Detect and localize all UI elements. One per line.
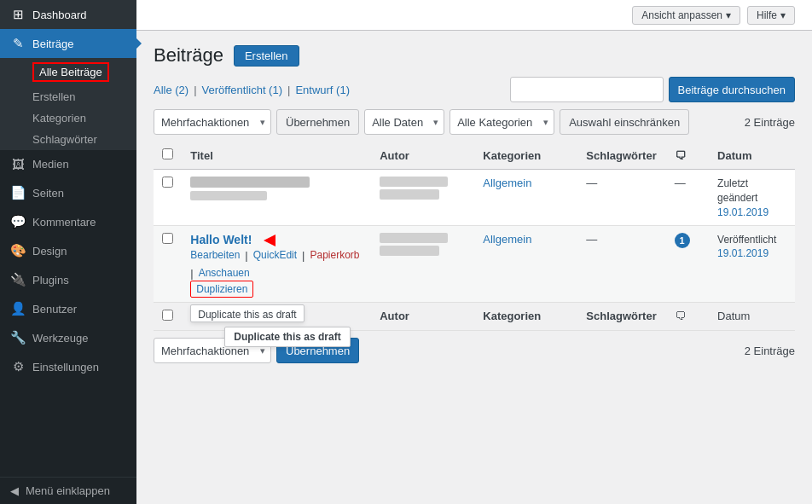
row1-checkbox[interactable] — [162, 177, 173, 188]
sidebar-item-label: Benutzer — [32, 303, 77, 316]
row1-title-sub-blurred — [190, 191, 267, 200]
dashboard-icon: ⊞ — [10, 7, 26, 22]
sidebar-sub-schlagwoerter[interactable]: Schlagwörter — [0, 129, 136, 150]
search-button[interactable]: Beiträge durchsuchen — [669, 77, 795, 102]
categories-wrapper: Alle Kategorien — [450, 109, 554, 135]
row1-checkbox-cell — [154, 170, 182, 226]
row2-category-link[interactable]: Allgemein — [483, 233, 531, 246]
footer-date-sort[interactable]: Datum — [717, 310, 750, 322]
chevron-down-icon: ▾ — [726, 9, 731, 21]
bulk-action-wrapper: Mehrfachaktionen — [154, 109, 271, 135]
comment-badge[interactable]: 1 — [675, 233, 690, 248]
medien-icon: 🖼 — [10, 157, 26, 171]
sidebar-item-kommentare[interactable]: 💬 Kommentare — [0, 207, 136, 236]
table-row: Hallo Welt! Bearbeiten | QuickEdit | Pap… — [154, 225, 795, 303]
row2-tags-cell: — — [577, 225, 665, 303]
sidebar-item-werkzeuge[interactable]: 🔧 Werkzeuge — [0, 323, 136, 352]
sidebar-item-seiten[interactable]: 📄 Seiten — [0, 178, 136, 207]
sidebar-item-einstellungen[interactable]: ⚙ Einstellungen — [0, 352, 136, 381]
row2-quickedit-link[interactable]: QuickEdit — [253, 249, 297, 262]
bulk-action-select[interactable]: Mehrfachaktionen — [154, 109, 271, 135]
table-header-row: Titel Autor Kategorien Schlagwörter 🗨 Da… — [154, 142, 795, 170]
row1-author-cell — [371, 170, 474, 226]
select-all-checkbox[interactable] — [162, 148, 173, 159]
col-author-header: Autor — [371, 142, 474, 170]
sidebar-item-label: Medien — [32, 158, 69, 171]
filter-entwurf[interactable]: Entwurf (1) — [295, 84, 350, 96]
dates-select[interactable]: Alle Daten — [364, 109, 444, 135]
footer-tooltip-box: Duplicate this as draft — [224, 327, 350, 347]
apply-button[interactable]: Übernehmen — [276, 109, 359, 135]
date-sort-link[interactable]: Datum — [717, 149, 751, 162]
footer-checkbox[interactable] — [162, 310, 173, 321]
search-input[interactable] — [510, 77, 664, 102]
sidebar-sub-kategorien[interactable]: Kategorien — [0, 107, 136, 129]
footer-comments-header: 🗨 — [666, 303, 709, 331]
footer-checkbox-cell — [154, 303, 182, 331]
row2-trash-link[interactable]: Papierkorb — [310, 249, 359, 262]
row2-author-cell — [371, 225, 474, 303]
row2-duplizieren-link[interactable]: Duplizieren — [190, 281, 253, 298]
row2-date-cell: Veröffentlicht 19.01.2019 — [709, 225, 795, 303]
row1-author2-blurred — [380, 189, 439, 200]
sidebar-item-design[interactable]: 🎨 Design — [0, 236, 136, 265]
title-sort-link[interactable]: Titel — [190, 149, 213, 162]
sidebar-item-medien[interactable]: 🖼 Medien — [0, 150, 136, 178]
ansicht-anpassen-button[interactable]: Ansicht anpassen ▾ — [632, 6, 740, 25]
sidebar-sub-erstellen[interactable]: Erstellen — [0, 86, 136, 107]
row2-edit-link[interactable]: Bearbeiten — [190, 249, 240, 262]
sidebar-collapse[interactable]: ◀ Menü einklappen — [0, 477, 136, 504]
seiten-icon: 📄 — [10, 185, 26, 200]
row2-comments-cell: 1 — [666, 225, 709, 303]
row1-date-cell: Zuletztgeändert 19.01.2019 — [709, 170, 795, 226]
comments-icon: 🗨 — [675, 149, 686, 162]
design-icon: 🎨 — [10, 243, 26, 258]
sep: | — [190, 267, 193, 280]
sidebar-item-label: Werkzeuge — [32, 332, 89, 345]
row1-tags-cell: — — [577, 170, 665, 226]
sidebar-item-benutzer[interactable]: 👤 Benutzer — [0, 294, 136, 323]
sep: | — [245, 249, 247, 262]
row2-title-cell: Hallo Welt! Bearbeiten | QuickEdit | Pap… — [182, 225, 371, 303]
duplizieren-container: Duplizieren Duplicate this as draft — [190, 282, 253, 295]
plugins-icon: 🔌 — [10, 272, 26, 287]
categories-select[interactable]: Alle Kategorien — [450, 109, 554, 135]
hilfe-button[interactable]: Hilfe ▾ — [747, 6, 795, 25]
sidebar-item-label: Design — [32, 245, 67, 258]
sidebar-item-plugins[interactable]: 🔌 Plugins — [0, 265, 136, 294]
row1-date-value: 19.01.2019 — [717, 206, 768, 218]
col-date-header[interactable]: Datum — [709, 142, 795, 170]
table-row: Allgemein — — Zuletztgeändert 19.01.2019 — [154, 170, 795, 226]
row2-categories-cell: Allgemein — [474, 225, 577, 303]
footer-author-header: Autor — [371, 303, 474, 331]
arrow-indicator — [264, 235, 276, 246]
row1-category-link[interactable]: Allgemein — [483, 177, 531, 189]
sep1: | — [194, 84, 196, 96]
sidebar-item-dashboard[interactable]: ⊞ Dashboard — [0, 0, 136, 29]
sidebar: ⊞ Dashboard ✎ Beiträge Alle Beiträge Ers… — [0, 0, 136, 504]
dates-wrapper: Alle Daten — [364, 109, 444, 135]
entries-count-top: 2 Einträge — [745, 116, 795, 129]
row2-checkbox-cell — [154, 225, 182, 303]
row2-view-link[interactable]: Anschauen — [199, 267, 250, 280]
filter-alle[interactable]: Alle (2) — [154, 84, 188, 96]
row2-author2-blurred — [380, 246, 439, 256]
toolbar-top: Mehrfachaktionen Übernehmen Alle Daten A… — [154, 109, 795, 135]
sidebar-item-beitraege[interactable]: ✎ Beiträge — [0, 29, 136, 58]
sidebar-item-label: Dashboard — [32, 9, 87, 21]
col-title-header[interactable]: Titel — [182, 142, 371, 170]
content-area: Beiträge Erstellen Alle (2) | Veröffentl… — [136, 31, 812, 504]
restrict-button[interactable]: Auswahl einschränken — [560, 109, 689, 135]
footer-date-header: Datum — [709, 303, 795, 331]
beitraege-icon: ✎ — [10, 36, 26, 51]
main-area: Ansicht anpassen ▾ Hilfe ▾ Beiträge Erst… — [136, 0, 812, 504]
filter-bar: Alle (2) | Veröffentlicht (1) | Entwurf … — [154, 77, 795, 102]
filter-veroeffentlicht[interactable]: Veröffentlicht (1) — [202, 84, 282, 96]
erstellen-label: Erstellen — [32, 90, 76, 103]
create-button[interactable]: Erstellen — [234, 45, 299, 67]
collapse-icon: ◀ — [10, 484, 19, 497]
row2-post-title[interactable]: Hallo Welt! — [190, 233, 252, 246]
alle-beitraege-label: Alle Beiträge — [32, 62, 109, 82]
row2-checkbox[interactable] — [162, 233, 173, 244]
sidebar-sub-alle-beitraege[interactable]: Alle Beiträge — [0, 58, 136, 86]
